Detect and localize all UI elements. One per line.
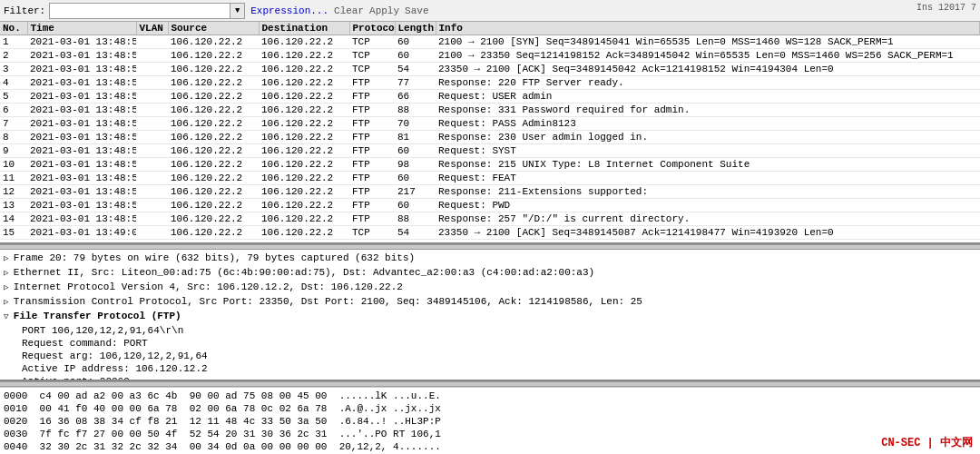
cell-vlan [136, 35, 168, 49]
cell-length: 60 [395, 172, 436, 185]
col-header-destination[interactable]: Destination [259, 22, 349, 35]
detail-sub-item[interactable]: Request command: PORT [4, 337, 976, 350]
packet-tbody: 12021-03-01 13:48:59.809106.120.22.2106.… [0, 35, 980, 245]
hex-row: 0040 32 30 2c 31 32 2c 32 34 00 34 0d 0a… [4, 440, 976, 453]
cell-source: 106.120.22.2 [168, 226, 259, 240]
cell-vlan [136, 63, 168, 76]
packet-list-container: No. Time VLAN Source Destination Protoco… [0, 22, 980, 244]
col-header-info[interactable]: Info [436, 22, 980, 35]
cell-vlan [136, 90, 168, 104]
detail-tree-expandable[interactable]: Internet Protocol Version 4, Src: 106.12… [4, 281, 976, 295]
cell-no: 8 [0, 131, 27, 144]
packet-detail-container: Frame 20: 79 bytes on wire (632 bits), 7… [0, 250, 980, 381]
cell-protocol: TCP [349, 35, 395, 49]
table-row[interactable]: 82021-03-01 13:48:59.839106.120.22.2106.… [0, 131, 980, 144]
table-row[interactable]: 102021-03-01 13:48:59.847106.120.22.2106… [0, 158, 980, 172]
detail-sub-item[interactable]: PORT 106,120,12,2,91,64\r\n [4, 324, 976, 337]
cell-info: Request: PWD [436, 199, 980, 212]
cell-info: 2100 → 2100 [SYN] Seq=3489145041 Win=655… [436, 35, 980, 49]
table-row[interactable]: 52021-03-01 13:48:59.820106.120.22.2106.… [0, 90, 980, 104]
cell-source: 106.120.22.2 [168, 185, 259, 199]
col-header-protocol[interactable]: Protocol [349, 22, 395, 35]
hex-row: 0020 16 36 08 38 34 cf f8 21 12 11 48 4c… [4, 415, 976, 428]
detail-tree-expandable[interactable]: Ethernet II, Src: Liteon_00:ad:75 (6c:4b… [4, 266, 976, 281]
filter-label: Filter: [4, 5, 45, 16]
col-header-no[interactable]: No. [0, 22, 27, 35]
cell-no: 4 [0, 76, 27, 90]
col-header-source[interactable]: Source [168, 22, 259, 35]
detail-sub-item[interactable]: Active port: 23360 [4, 375, 976, 381]
cell-info: 23350 → 2100 [ACK] Seq=3489145087 Ack=12… [436, 226, 980, 240]
cell-vlan [136, 131, 168, 144]
cell-destination: 106.120.22.2 [259, 104, 349, 117]
table-row[interactable]: 12021-03-01 13:48:59.809106.120.22.2106.… [0, 35, 980, 49]
cell-length: 81 [395, 131, 436, 144]
cell-info: Request: USER admin [436, 90, 980, 104]
cell-time: 2021-03-01 13:48:59.827 [27, 117, 136, 131]
cell-source: 106.120.22.2 [168, 172, 259, 185]
cell-no: 5 [0, 90, 27, 104]
cell-no: 15 [0, 226, 27, 240]
cell-time: 2021-03-01 13:48:59.826 [27, 104, 136, 117]
expression-button[interactable]: Expression... [250, 5, 328, 16]
cell-time: 2021-03-01 13:48:59.809 [27, 35, 136, 49]
cell-info: Request: PASS Admin8123 [436, 117, 980, 131]
cell-no: 6 [0, 104, 27, 117]
cell-protocol: FTP [349, 104, 395, 117]
cell-destination: 106.120.22.2 [259, 49, 349, 63]
col-header-time[interactable]: Time [27, 22, 136, 35]
col-header-length[interactable]: Length [395, 22, 436, 35]
cell-length: 88 [395, 212, 436, 226]
cell-time: 2021-03-01 13:48:59.870 [27, 212, 136, 226]
table-row[interactable]: 72021-03-01 13:48:59.827106.120.22.2106.… [0, 117, 980, 131]
filter-input[interactable] [49, 3, 230, 19]
cell-protocol: TCP [349, 226, 395, 240]
hex-row: 0030 7f fc f7 27 00 00 50 4f 52 54 20 31… [4, 428, 976, 440]
cell-vlan [136, 199, 168, 212]
cell-info: Response: 230 User admin logged in. [436, 131, 980, 144]
table-row[interactable]: 142021-03-01 13:48:59.870106.120.22.2106… [0, 212, 980, 226]
table-row[interactable]: 112021-03-01 13:48:59.847106.120.22.2106… [0, 172, 980, 185]
cell-destination: 106.120.22.2 [259, 185, 349, 199]
detail-tree-expanded[interactable]: File Transfer Protocol (FTP) [4, 310, 976, 324]
save-button[interactable]: Save [405, 5, 428, 16]
cell-no: 12 [0, 185, 27, 199]
cell-source: 106.120.22.2 [168, 63, 259, 76]
cell-source: 106.120.22.2 [168, 90, 259, 104]
col-header-vlan[interactable]: VLAN [136, 22, 168, 35]
cell-protocol: FTP [349, 144, 395, 158]
cell-no: 13 [0, 199, 27, 212]
table-row[interactable]: 152021-03-01 13:49:00.075106.120.22.2106… [0, 226, 980, 240]
cell-source: 106.120.22.2 [168, 158, 259, 172]
table-row[interactable]: 122021-03-01 13:48:59.854106.120.22.2106… [0, 185, 980, 199]
cell-source: 106.120.22.2 [168, 76, 259, 90]
cell-source: 106.120.22.2 [168, 117, 259, 131]
cell-protocol: FTP [349, 185, 395, 199]
detail-sub-item[interactable]: Active IP address: 106.120.12.2 [4, 362, 976, 375]
cell-length: 54 [395, 226, 436, 240]
cell-source: 106.120.22.2 [168, 104, 259, 117]
table-row[interactable]: 22021-03-01 13:48:59.809106.120.22.2106.… [0, 49, 980, 63]
detail-sub-item[interactable]: Request arg: 106,120,12,2,91,64 [4, 350, 976, 362]
cell-destination: 106.120.22.2 [259, 35, 349, 49]
table-row[interactable]: 32021-03-01 13:48:59.809106.120.22.2106.… [0, 63, 980, 76]
cell-protocol: TCP [349, 49, 395, 63]
cell-time: 2021-03-01 13:49:00.075 [27, 226, 136, 240]
packet-table-header: No. Time VLAN Source Destination Protoco… [0, 22, 980, 35]
cell-vlan [136, 49, 168, 63]
cell-vlan [136, 144, 168, 158]
cell-protocol: FTP [349, 90, 395, 104]
detail-tree-expandable[interactable]: Frame 20: 79 bytes on wire (632 bits), 7… [4, 252, 976, 266]
table-row[interactable]: 92021-03-01 13:48:59.847106.120.22.2106.… [0, 144, 980, 158]
detail-tree-expandable[interactable]: Transmission Control Protocol, Src Port:… [4, 295, 976, 310]
table-row[interactable]: 62021-03-01 13:48:59.826106.120.22.2106.… [0, 104, 980, 117]
apply-button[interactable]: Apply [369, 5, 399, 16]
cell-length: 70 [395, 117, 436, 131]
cell-destination: 106.120.22.2 [259, 212, 349, 226]
table-row[interactable]: 132021-03-01 13:48:59.854106.120.22.2106… [0, 199, 980, 212]
cell-time: 2021-03-01 13:48:59.847 [27, 144, 136, 158]
packet-table: No. Time VLAN Source Destination Protoco… [0, 22, 980, 244]
filter-dropdown-button[interactable]: ▼ [230, 3, 245, 19]
clear-button[interactable]: Clear [334, 5, 364, 16]
table-row[interactable]: 42021-03-01 13:48:59.819106.120.22.2106.… [0, 76, 980, 90]
